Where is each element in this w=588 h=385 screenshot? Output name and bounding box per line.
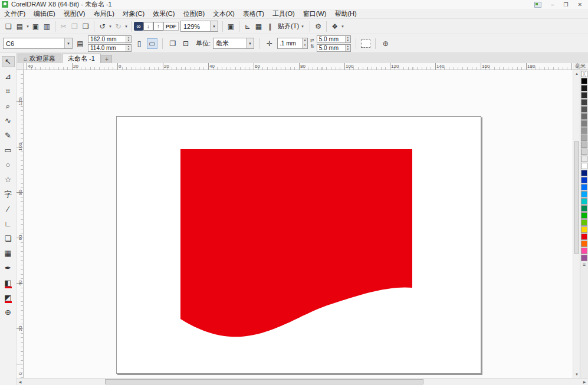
color-swatch[interactable] <box>581 163 587 169</box>
palette-expand-icon[interactable]: ≡ <box>583 262 586 268</box>
freehand-tool[interactable]: ∿ <box>2 115 15 126</box>
scroll-right-icon[interactable]: ▶ <box>581 379 588 385</box>
color-swatch[interactable] <box>581 142 587 148</box>
fullscreen-preview-icon[interactable]: ▣ <box>225 21 236 32</box>
print-icon[interactable]: ▥ <box>41 21 52 32</box>
dup-y-spinner[interactable]: ▴▾ <box>345 45 350 51</box>
color-swatch[interactable] <box>581 177 587 183</box>
color-swatch[interactable] <box>581 120 587 127</box>
new-document-icon[interactable]: ❏ <box>3 21 14 32</box>
crop-tool[interactable]: ⌗ <box>2 85 15 97</box>
color-swatch[interactable] <box>581 156 587 162</box>
scroll-down-icon[interactable]: ▼ <box>573 371 580 378</box>
export-icon[interactable]: ↑ <box>153 22 163 31</box>
paste-icon[interactable]: ❒ <box>80 21 91 32</box>
open-icon[interactable]: ▤ <box>14 21 25 32</box>
shape-tool[interactable]: ⊿ <box>2 71 15 82</box>
treat-as-filled-button[interactable] <box>361 40 370 48</box>
vertical-scroll-thumb[interactable] <box>574 142 579 254</box>
color-swatch[interactable] <box>581 184 587 190</box>
cut-icon[interactable]: ✂ <box>58 21 69 32</box>
drop-shadow-tool[interactable]: ❏ <box>2 233 15 244</box>
all-pages-button[interactable]: ❐ <box>167 38 178 49</box>
height-spinner[interactable]: ▴▾ <box>126 45 131 51</box>
snap-to-button[interactable]: 贴齐(T) ▾ <box>275 21 307 32</box>
zoom-level-combobox[interactable]: 129% ▾ <box>180 21 218 32</box>
redo-dropdown-icon[interactable]: ▾ <box>124 24 129 29</box>
quick-customize-button[interactable]: ⊕ <box>380 38 391 49</box>
undo-dropdown-icon[interactable]: ▾ <box>108 24 113 29</box>
menu-table[interactable]: 表格(T) <box>239 9 268 18</box>
launcher-dropdown-icon[interactable]: ▾ <box>340 24 345 29</box>
close-button[interactable]: ✕ <box>577 2 582 8</box>
color-swatch[interactable] <box>581 149 587 155</box>
show-grid-icon[interactable]: ▦ <box>253 21 264 32</box>
page-width-field[interactable]: 162.0 mm ▴▾ <box>88 35 132 43</box>
landscape-button[interactable]: ▭ <box>147 38 157 49</box>
menu-object[interactable]: 对象(C) <box>119 9 149 18</box>
vertical-scrollbar[interactable]: ▲ ▼ <box>573 70 580 378</box>
undo-icon[interactable]: ↺ <box>97 21 108 32</box>
duplicate-x-field[interactable]: 5.0 mm ▴▾ <box>317 35 351 43</box>
nudge-distance-field[interactable]: .1 mm ▴▾ <box>277 38 308 49</box>
page-height-field[interactable]: 114.0 mm ▴▾ <box>88 44 132 52</box>
units-dropdown-icon[interactable]: ▾ <box>246 38 254 48</box>
menu-help[interactable]: 帮助(H) <box>330 9 360 18</box>
portrait-button[interactable]: ▯ <box>134 38 144 49</box>
menu-file[interactable]: 文件(F) <box>0 9 29 18</box>
color-swatch[interactable] <box>581 191 587 198</box>
zoom-dropdown-icon[interactable]: ▾ <box>210 21 218 31</box>
color-swatch[interactable] <box>581 134 587 141</box>
document-page[interactable] <box>116 116 481 374</box>
transparency-tool[interactable]: ▦ <box>2 248 15 259</box>
menu-layout[interactable]: 布局(L) <box>89 9 118 18</box>
color-swatch[interactable] <box>581 233 587 240</box>
show-rulers-icon[interactable]: ⊾ <box>242 21 253 32</box>
new-document-tab-button[interactable]: + <box>101 55 112 63</box>
interactive-fill-tool[interactable]: ◧ <box>2 277 15 288</box>
nudge-spinner[interactable]: ▴▾ <box>302 38 307 48</box>
open-dropdown-icon[interactable]: ▾ <box>25 24 30 29</box>
zoom-tool[interactable]: ⌕ <box>2 100 15 111</box>
drawing-canvas[interactable] <box>24 70 573 378</box>
duplicate-y-field[interactable]: 5.0 mm ▴▾ <box>317 44 351 52</box>
color-swatch[interactable] <box>581 127 587 134</box>
workspace-icon[interactable] <box>534 2 541 8</box>
menu-bitmaps[interactable]: 位图(B) <box>179 9 209 18</box>
preset-dropdown-icon[interactable]: ▾ <box>64 38 72 48</box>
smart-fill-tool[interactable]: ◩ <box>2 292 15 303</box>
customize-toolbox-button[interactable]: ⊕ <box>2 307 15 318</box>
color-swatch[interactable] <box>581 170 587 176</box>
color-swatch[interactable] <box>581 113 587 120</box>
current-page-button[interactable]: ⊡ <box>180 38 191 49</box>
menu-text[interactable]: 文本(X) <box>209 9 239 18</box>
width-spinner[interactable]: ▴▾ <box>126 36 131 42</box>
minimize-button[interactable]: – <box>551 2 554 8</box>
copy-icon[interactable]: ❐ <box>69 21 80 32</box>
ruler-origin[interactable] <box>17 63 24 70</box>
dimension-tool[interactable]: ∕ <box>2 203 15 215</box>
show-guidelines-icon[interactable]: ∥ <box>264 21 275 32</box>
eyedropper-tool[interactable]: ✒ <box>2 262 15 274</box>
horizontal-ruler[interactable]: 40 20 0 20 40 60 80 100 120 140 160 180 <box>24 63 573 70</box>
units-combobox[interactable]: 毫米 ▾ <box>213 38 254 49</box>
ellipse-tool[interactable]: ○ <box>2 159 15 170</box>
flag-shape[interactable] <box>180 149 412 344</box>
color-swatch[interactable] <box>581 85 587 91</box>
tab-welcome-screen[interactable]: ⌂ 欢迎屏幕 <box>18 54 61 63</box>
polygon-tool[interactable]: ☆ <box>2 174 15 185</box>
color-swatch[interactable] <box>581 248 587 254</box>
redo-icon[interactable]: ↻ <box>113 21 124 32</box>
color-swatch[interactable] <box>581 205 587 212</box>
page-preset-combobox[interactable]: C6 ▾ <box>3 38 73 49</box>
color-swatch[interactable] <box>581 106 587 113</box>
horizontal-scrollbar[interactable]: ◀ ▶ <box>17 378 588 385</box>
scroll-left-icon[interactable]: ◀ <box>17 379 24 385</box>
import-icon[interactable]: ↓ <box>143 22 153 31</box>
color-swatch[interactable] <box>581 241 587 247</box>
vertical-ruler[interactable]: 120 100 80 60 40 20 0 <box>17 70 24 378</box>
pick-tool[interactable]: ↖ <box>2 56 15 67</box>
menu-effects[interactable]: 效果(C) <box>149 9 179 18</box>
no-fill-swatch[interactable]: ╳ <box>581 71 587 77</box>
menu-view[interactable]: 视图(V) <box>60 9 90 18</box>
